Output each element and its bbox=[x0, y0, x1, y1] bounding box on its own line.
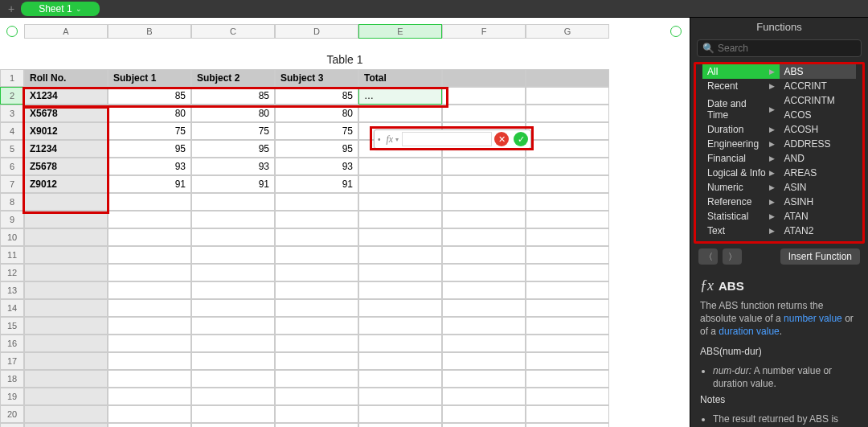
cell[interactable] bbox=[526, 140, 609, 158]
function-item[interactable]: ASIN bbox=[780, 180, 857, 195]
nav-forward-button[interactable]: 〉 bbox=[723, 248, 742, 265]
cell[interactable] bbox=[275, 352, 358, 370]
cell[interactable] bbox=[358, 228, 442, 246]
cell[interactable] bbox=[442, 317, 526, 335]
column-header-E[interactable]: E bbox=[358, 24, 442, 39]
cell[interactable] bbox=[24, 335, 108, 352]
row-header[interactable]: 16 bbox=[0, 335, 24, 352]
column-header-D[interactable]: D bbox=[275, 24, 358, 39]
function-item[interactable]: ACCRINTM bbox=[780, 93, 857, 108]
cell[interactable]: 93 bbox=[275, 158, 358, 175]
header-cell[interactable]: Subject 2 bbox=[191, 69, 275, 87]
cell[interactable] bbox=[358, 317, 442, 335]
function-item[interactable]: ACOSH bbox=[780, 122, 857, 137]
header-cell[interactable] bbox=[442, 69, 526, 87]
cell[interactable] bbox=[442, 246, 526, 264]
link-duration-value[interactable]: duration value bbox=[719, 326, 779, 337]
cell[interactable] bbox=[275, 299, 358, 317]
cell[interactable] bbox=[358, 193, 442, 211]
cell[interactable] bbox=[526, 335, 609, 352]
drag-handle-icon[interactable]: • bbox=[375, 135, 384, 144]
cell[interactable]: 80 bbox=[108, 105, 191, 122]
sheet-tab[interactable]: Sheet 1 ⌄ bbox=[21, 2, 99, 16]
row-header[interactable]: 20 bbox=[0, 405, 24, 423]
header-cell[interactable] bbox=[526, 69, 609, 87]
formula-input[interactable] bbox=[402, 132, 492, 146]
function-item[interactable]: ASINH bbox=[780, 195, 857, 209]
cell[interactable] bbox=[358, 211, 442, 228]
cell[interactable]: 95 bbox=[108, 140, 191, 158]
cell[interactable]: 85 bbox=[275, 87, 358, 105]
cell[interactable] bbox=[526, 423, 609, 427]
function-item[interactable]: ATAN bbox=[780, 209, 857, 224]
cancel-formula-button[interactable]: ✕ bbox=[494, 132, 509, 146]
category-item[interactable]: Logical & Info▶ bbox=[702, 166, 780, 180]
cell[interactable] bbox=[191, 281, 275, 299]
accept-formula-button[interactable]: ✓ bbox=[514, 132, 528, 146]
row-header[interactable]: 1 bbox=[0, 69, 24, 87]
cell[interactable] bbox=[24, 423, 108, 427]
cell[interactable] bbox=[358, 264, 442, 281]
row-header[interactable]: 8 bbox=[0, 193, 24, 211]
cell[interactable] bbox=[24, 388, 108, 405]
cell[interactable] bbox=[526, 158, 609, 175]
function-item[interactable]: AREAS bbox=[780, 166, 857, 180]
row-header[interactable]: 17 bbox=[0, 352, 24, 370]
category-item[interactable]: Reference▶ bbox=[702, 195, 780, 209]
cell[interactable]: 91 bbox=[275, 175, 358, 193]
row-header[interactable]: 19 bbox=[0, 388, 24, 405]
cell[interactable] bbox=[275, 246, 358, 264]
cell[interactable]: 80 bbox=[275, 105, 358, 122]
cell[interactable] bbox=[526, 352, 609, 370]
cell[interactable] bbox=[24, 193, 108, 211]
cell[interactable] bbox=[191, 335, 275, 352]
column-header-A[interactable]: A bbox=[24, 24, 108, 39]
cell[interactable]: 85 bbox=[191, 87, 275, 105]
cell[interactable] bbox=[108, 335, 191, 352]
cell[interactable] bbox=[358, 352, 442, 370]
row-header[interactable]: 12 bbox=[0, 264, 24, 281]
cell[interactable] bbox=[442, 423, 526, 427]
cell[interactable] bbox=[358, 299, 442, 317]
function-list[interactable]: ABSACCRINTACCRINTMACOSACOSHADDRESSANDARE… bbox=[780, 64, 857, 241]
cell[interactable] bbox=[358, 405, 442, 423]
cell[interactable] bbox=[442, 405, 526, 423]
cell[interactable]: 95 bbox=[191, 140, 275, 158]
cell[interactable] bbox=[442, 228, 526, 246]
cell[interactable] bbox=[526, 193, 609, 211]
cell[interactable] bbox=[358, 246, 442, 264]
cell[interactable]: 93 bbox=[191, 158, 275, 175]
category-item[interactable]: All▶ bbox=[702, 64, 780, 79]
row-header[interactable]: 15 bbox=[0, 317, 24, 335]
header-cell[interactable]: Total bbox=[358, 69, 442, 87]
cell[interactable] bbox=[275, 370, 358, 388]
category-item[interactable]: Engineering▶ bbox=[702, 137, 780, 151]
cell[interactable] bbox=[442, 211, 526, 228]
category-item[interactable]: Trigonometric▶ bbox=[702, 238, 780, 241]
cell[interactable]: 91 bbox=[191, 175, 275, 193]
row-header[interactable]: 21 bbox=[0, 423, 24, 427]
function-item[interactable]: ABS bbox=[780, 64, 857, 79]
cell[interactable] bbox=[275, 317, 358, 335]
cell[interactable] bbox=[442, 175, 526, 193]
cell[interactable] bbox=[442, 264, 526, 281]
cell[interactable] bbox=[191, 317, 275, 335]
cell[interactable] bbox=[275, 423, 358, 427]
cell[interactable] bbox=[442, 335, 526, 352]
cell[interactable] bbox=[442, 352, 526, 370]
insert-function-button[interactable]: Insert Function bbox=[780, 248, 860, 265]
cell[interactable] bbox=[24, 246, 108, 264]
cell[interactable] bbox=[358, 175, 442, 193]
link-number-value[interactable]: number value bbox=[784, 313, 842, 324]
search-input[interactable] bbox=[718, 43, 856, 54]
category-list[interactable]: All▶Recent▶Date and Time▶Duration▶Engine… bbox=[702, 64, 780, 241]
cell[interactable] bbox=[108, 228, 191, 246]
cell[interactable]: 93 bbox=[108, 158, 191, 175]
cell[interactable] bbox=[275, 193, 358, 211]
row-header[interactable]: 18 bbox=[0, 370, 24, 388]
cell[interactable]: … bbox=[358, 87, 442, 105]
cell[interactable] bbox=[108, 211, 191, 228]
row-header[interactable]: 2 bbox=[0, 87, 24, 105]
cell[interactable] bbox=[24, 317, 108, 335]
cell[interactable] bbox=[275, 228, 358, 246]
